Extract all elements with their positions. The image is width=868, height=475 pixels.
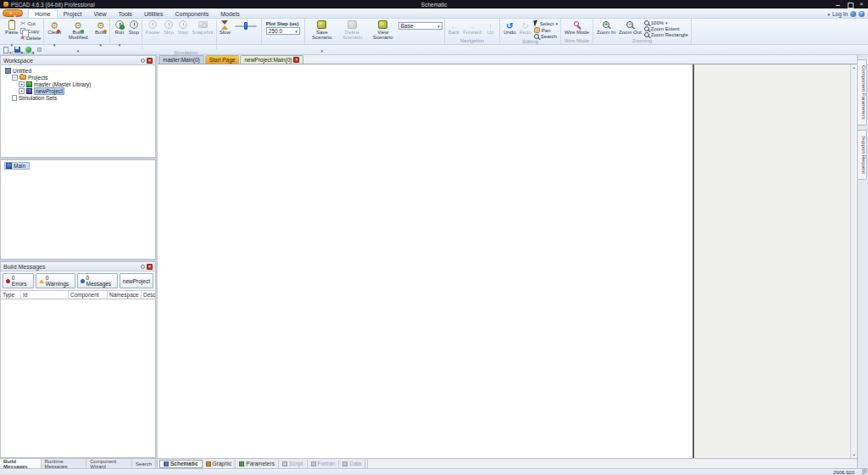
horizontal-scrollbar[interactable] — [367, 460, 857, 468]
pan-button[interactable]: Pan — [534, 27, 558, 33]
tab-support-request[interactable]: Support Request — [858, 130, 867, 180]
ribbon-tab-bar: Home Project View Tools Utilities Compon… — [0, 8, 868, 19]
document-tab-bar: master:Main(0) Start Page newProject:Mai… — [158, 55, 857, 64]
stop-button[interactable]: Stop — [126, 20, 141, 35]
tab-component-parameters[interactable]: Component Parameters — [858, 59, 867, 126]
warnings-filter-button[interactable]: 0 Warnings — [36, 273, 75, 288]
undo-button[interactable]: Undo — [502, 20, 517, 35]
column-type[interactable]: Type — [1, 291, 21, 299]
tab-utilities[interactable]: Utilities — [138, 9, 170, 18]
tree-item-untitled[interactable]: Untitled — [3, 67, 33, 74]
tab-component-wizard[interactable]: Component Wizard — [86, 459, 132, 468]
ribbon-group-compile: Clean Build Modified Build Compile — [44, 19, 110, 44]
title-bar: PSCAD 4.6.3 (64-bit) Professional Schema… — [0, 0, 868, 8]
schematic-canvas[interactable]: ▲ ▼ — [158, 64, 857, 458]
expand-icon[interactable] — [19, 88, 25, 94]
wire-mode-button[interactable]: Wire Mode — [563, 20, 591, 35]
tab-components[interactable]: Components — [169, 9, 214, 18]
tab-schematic[interactable]: Schematic — [159, 460, 203, 468]
tab-project[interactable]: Project — [58, 9, 88, 18]
tab-models[interactable]: Models — [214, 9, 246, 18]
zoom-extent-button[interactable]: Zoom Extent — [644, 26, 688, 31]
scroll-down-icon[interactable]: ▼ — [853, 453, 856, 457]
close-button[interactable] — [859, 2, 865, 8]
messages-filter-button[interactable]: 0 Messages — [77, 273, 118, 288]
errors-filter-button[interactable]: 0 Errors — [3, 273, 34, 288]
workspace-close-icon[interactable] — [147, 58, 153, 64]
column-description[interactable]: Description — [142, 291, 155, 299]
login-button[interactable]: Log In — [832, 11, 848, 17]
tree-item-new-project[interactable]: newProject — [17, 87, 66, 94]
pin-icon[interactable] — [141, 59, 145, 63]
scroll-up-icon[interactable]: ▲ — [853, 65, 856, 70]
messages-table-header: Type Id Component Namespace Description — [1, 291, 155, 299]
scenario-combo[interactable]: Base — [398, 22, 442, 30]
zoom-in-button[interactable]: Zoom In — [595, 20, 617, 35]
zoom-rectangle-button[interactable]: Zoom Rectangle — [644, 32, 688, 37]
projects-folder-icon — [19, 75, 26, 80]
build-messages-close-icon[interactable] — [147, 264, 153, 270]
group-label-editing: Editing — [502, 39, 559, 45]
plot-step-label: Plot Step (us) — [266, 21, 300, 26]
column-namespace[interactable]: Namespace — [108, 291, 142, 299]
ribbon-group-editing: Undo Redo Select Pan Search Editing — [500, 19, 561, 44]
pin-icon[interactable] — [141, 265, 145, 269]
doc-tab-master-main[interactable]: master:Main(0) — [159, 55, 204, 64]
message-filter-bar: 0 Errors 0 Warnings 0 Messages newProjec… — [1, 271, 155, 291]
minimize-button[interactable] — [835, 2, 841, 8]
build-button[interactable]: Build — [93, 20, 108, 50]
copy-button[interactable]: Copy — [20, 28, 41, 34]
save-scenario-button[interactable]: Save Scenario — [307, 20, 337, 56]
pan-hand-icon — [534, 27, 540, 33]
tree-item-main[interactable]: Main — [4, 162, 30, 170]
new-project-icon — [26, 88, 32, 94]
maximize-button[interactable] — [847, 2, 853, 8]
slow-button[interactable]: Slow — [218, 20, 232, 35]
project-filter-button[interactable]: newProject — [120, 273, 153, 288]
tab-parameters[interactable]: Parameters — [236, 460, 279, 468]
doc-tab-newproject-main[interactable]: newProject:Main(0) — [240, 55, 303, 64]
warning-icon — [39, 279, 44, 283]
collapse-icon[interactable] — [12, 75, 18, 81]
main-canvas-icon — [6, 163, 12, 169]
expand-icon[interactable] — [19, 81, 25, 87]
slow-slider[interactable] — [235, 21, 257, 31]
run-button[interactable]: Run — [112, 20, 126, 50]
tab-runtime-messages[interactable]: Runtime Messages — [42, 459, 87, 468]
tab-tools[interactable]: Tools — [113, 9, 138, 18]
zoom-extent-icon — [644, 26, 649, 31]
status-bar: 2906,920 — [0, 468, 868, 475]
select-button[interactable]: Select — [534, 20, 558, 26]
tab-build-messages[interactable]: Build Messages — [0, 459, 42, 468]
plot-step-combo[interactable]: 250.0 — [266, 27, 300, 35]
build-gear-icon — [97, 17, 105, 32]
view-scenario-button[interactable]: View Scenario — [368, 20, 398, 41]
view-scenario-icon — [378, 20, 387, 29]
tab-close-icon[interactable] — [293, 57, 299, 63]
dropdown-caret-icon — [77, 41, 80, 56]
delete-button[interactable]: Delete — [20, 35, 41, 42]
tree-item-simulation-sets[interactable]: Simulation Sets — [10, 94, 58, 101]
tab-graphic[interactable]: Graphic — [203, 460, 236, 468]
back-button: Back — [447, 20, 461, 35]
application-menu-button[interactable] — [3, 9, 23, 17]
tree-item-projects[interactable]: Projects — [10, 74, 49, 81]
slider-knob[interactable] — [244, 22, 248, 30]
cut-button[interactable]: Cut — [20, 20, 41, 27]
schematic-page[interactable] — [158, 64, 694, 458]
doc-tab-start-page[interactable]: Start Page — [205, 55, 240, 64]
column-component[interactable]: Component — [69, 291, 108, 299]
help-icon[interactable]: ? — [859, 11, 865, 17]
column-id[interactable]: Id — [21, 291, 69, 299]
zoom-out-button[interactable]: Zoom Out — [617, 20, 643, 35]
toolbar-options-button[interactable] — [37, 48, 42, 52]
tab-search[interactable]: Search — [132, 459, 156, 468]
globe-icon[interactable] — [850, 11, 856, 17]
vertical-scrollbar[interactable]: ▲ ▼ — [850, 64, 857, 458]
zoom-level-button[interactable]: 100% — [644, 20, 688, 25]
dropdown-caret-icon — [119, 35, 121, 50]
workspace-panel: Workspace Untitled Projects m — [0, 55, 156, 158]
clean-button[interactable]: Clean — [46, 20, 63, 50]
resize-grip-icon[interactable] — [862, 469, 867, 474]
build-modified-button[interactable]: Build Modified — [63, 20, 93, 56]
